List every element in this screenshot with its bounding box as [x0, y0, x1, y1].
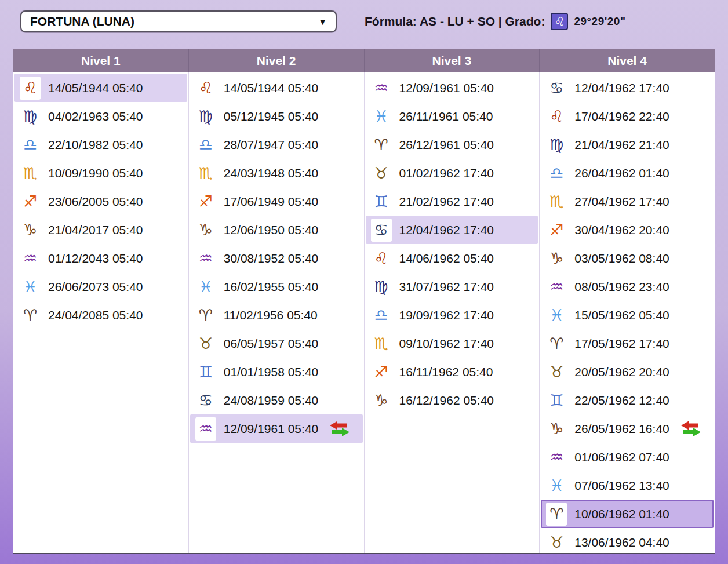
table-row[interactable]: ♋12/04/1962 17:40	[366, 216, 538, 244]
table-row[interactable]: ♈17/05/1962 17:40	[541, 329, 714, 358]
table-row[interactable]: ♑16/12/1962 05:40	[366, 386, 538, 414]
table-row[interactable]: ♑26/05/1962 16:40	[541, 414, 714, 443]
table-row[interactable]: ♏27/04/1962 17:40	[541, 187, 714, 216]
leo-sign-badge-icon: ♌	[551, 13, 568, 30]
leo-icon: ♌	[371, 247, 392, 270]
row-datetime: 15/05/1962 05:40	[574, 308, 669, 322]
table-row[interactable]: ♎26/04/1962 01:40	[541, 159, 714, 187]
leo-icon: ♌	[195, 77, 216, 100]
table-row[interactable]: ♈10/06/1962 01:40	[541, 500, 714, 528]
row-datetime: 21/04/1962 21:40	[574, 138, 669, 152]
scorpio-icon: ♏	[546, 190, 567, 213]
formula-label: Fórmula: AS - LU + SO | Grado:	[365, 14, 545, 28]
row-datetime: 26/12/1961 05:40	[399, 138, 494, 152]
table-row[interactable]: ♓15/05/1962 05:40	[541, 301, 714, 329]
table-row[interactable]: ♓07/06/1962 13:40	[541, 471, 714, 500]
row-datetime: 19/09/1962 17:40	[399, 308, 494, 322]
libra-icon: ♎	[546, 162, 567, 185]
aquarius-icon: ♒	[546, 275, 567, 299]
row-datetime: 26/04/1962 01:40	[574, 166, 669, 180]
table-row[interactable]: ♌17/04/1962 22:40	[541, 102, 714, 130]
table-row[interactable]: ♐16/11/1962 05:40	[366, 358, 538, 386]
table-row[interactable]: ♍04/02/1963 05:40	[14, 102, 187, 130]
table-row[interactable]: ♊21/02/1962 17:40	[366, 187, 538, 216]
table-row[interactable]: ♎28/07/1947 05:40	[190, 130, 363, 159]
toolbar: FORTUNA (LUNA) ▼ Fórmula: AS - LU + SO |…	[20, 10, 716, 33]
row-datetime: 05/12/1945 05:40	[224, 110, 319, 123]
taurus-icon: ♉	[195, 332, 216, 355]
pisces-icon: ♓	[546, 474, 567, 497]
table-row[interactable]: ♏24/03/1948 05:40	[190, 159, 363, 187]
row-datetime: 20/05/1962 20:40	[574, 365, 669, 379]
row-datetime: 10/09/1990 05:40	[48, 166, 143, 180]
table-row[interactable]: ♒30/08/1952 05:40	[190, 244, 363, 272]
table-row[interactable]: ♒12/09/1961 05:40	[366, 74, 538, 102]
chevron-down-icon: ▼	[318, 17, 327, 27]
table-row[interactable]: ♑21/04/2017 05:40	[14, 216, 187, 244]
aries-icon: ♈	[195, 304, 216, 327]
table-row[interactable]: ♌14/05/1944 05:40	[14, 74, 187, 102]
leo-icon: ♌	[546, 105, 567, 128]
table-row[interactable]: ♍05/12/1945 05:40	[190, 102, 363, 130]
table-row[interactable]: ♉06/05/1957 05:40	[190, 329, 363, 358]
table-row[interactable]: ♎19/09/1962 17:40	[366, 301, 538, 329]
table-row[interactable]: ♏09/10/1962 17:40	[366, 329, 538, 358]
table-row[interactable]: ♉13/06/1962 04:40	[541, 528, 714, 556]
table-row[interactable]: ♑12/06/1950 05:40	[190, 216, 363, 244]
table-row[interactable]: ♏10/09/1990 05:40	[14, 159, 187, 187]
row-datetime: 24/08/1959 05:40	[224, 394, 319, 407]
table-row[interactable]: ♊01/01/1958 05:40	[190, 358, 363, 386]
row-datetime: 11/02/1956 05:40	[224, 308, 318, 322]
row-datetime: 24/04/2085 05:40	[48, 308, 143, 322]
aries-icon: ♈	[546, 332, 567, 355]
table-row[interactable]: ♈11/02/1956 05:40	[190, 301, 363, 329]
table-row[interactable]: ♍21/04/1962 21:40	[541, 130, 714, 159]
table-row[interactable]: ♍31/07/1962 17:40	[366, 272, 538, 301]
column-header-nivel-1: Nivel 1	[13, 49, 188, 72]
column-header-nivel-4: Nivel 4	[539, 49, 715, 72]
row-datetime: 14/05/1944 05:40	[224, 81, 319, 95]
gemini-icon: ♊	[546, 389, 567, 412]
row-datetime: 01/02/1962 17:40	[399, 166, 494, 180]
table-row[interactable]: ♓26/06/2073 05:40	[14, 272, 187, 301]
table-row[interactable]: ♊22/05/1962 12:40	[541, 386, 714, 414]
table-row[interactable]: ♌14/05/1944 05:40	[190, 74, 363, 102]
row-datetime: 26/11/1961 05:40	[399, 110, 493, 123]
table-row[interactable]: ♉20/05/1962 20:40	[541, 358, 714, 386]
row-datetime: 17/06/1949 05:40	[224, 195, 319, 209]
table-row[interactable]: ♈26/12/1961 05:40	[366, 130, 538, 159]
degree-value: 29°29'20"	[574, 15, 625, 28]
pisces-icon: ♓	[371, 105, 392, 128]
table-row[interactable]: ♓16/02/1955 05:40	[190, 272, 363, 301]
row-datetime: 16/11/1962 05:40	[399, 365, 493, 379]
column-rows: ♋12/04/1962 17:40♌17/04/1962 22:40♍21/04…	[540, 72, 715, 556]
table-row[interactable]: ♐23/06/2005 05:40	[14, 187, 187, 216]
table-row[interactable]: ♒01/06/1962 07:40	[541, 443, 714, 471]
table-row[interactable]: ♐30/04/1962 20:40	[541, 216, 714, 244]
table-row[interactable]: ♋12/04/1962 17:40	[541, 74, 714, 102]
table-row[interactable]: ♒12/09/1961 05:40	[190, 414, 363, 443]
point-select-dropdown[interactable]: FORTUNA (LUNA) ▼	[20, 10, 337, 32]
row-datetime: 16/12/1962 05:40	[399, 394, 494, 407]
table-row[interactable]: ♈24/04/2085 05:40	[14, 301, 187, 329]
table-row[interactable]: ♓26/11/1961 05:40	[366, 102, 538, 130]
table-row[interactable]: ♒08/05/1962 23:40	[541, 272, 714, 301]
row-datetime: 12/04/1962 17:40	[574, 81, 669, 95]
taurus-icon: ♉	[546, 531, 567, 554]
row-datetime: 27/04/1962 17:40	[574, 195, 669, 209]
table-row[interactable]: ♎22/10/1982 05:40	[14, 130, 187, 159]
row-datetime: 06/05/1957 05:40	[224, 337, 319, 351]
point-select-value: FORTUNA (LUNA)	[30, 14, 134, 28]
table-row[interactable]: ♒01/12/2043 05:40	[14, 244, 187, 272]
table-row[interactable]: ♋24/08/1959 05:40	[190, 386, 363, 414]
row-datetime: 17/04/1962 22:40	[574, 110, 669, 123]
sagittarius-icon: ♐	[195, 190, 216, 213]
row-datetime: 21/02/1962 17:40	[399, 195, 494, 209]
table-row[interactable]: ♐17/06/1949 05:40	[190, 187, 363, 216]
row-datetime: 16/02/1955 05:40	[224, 280, 319, 294]
table-row[interactable]: ♑03/05/1962 08:40	[541, 244, 714, 272]
table-row[interactable]: ♉01/02/1962 17:40	[366, 159, 538, 187]
table-row[interactable]: ♌14/06/1962 05:40	[366, 244, 538, 272]
row-datetime: 24/03/1948 05:40	[224, 166, 319, 180]
row-datetime: 12/09/1961 05:40	[399, 81, 494, 95]
